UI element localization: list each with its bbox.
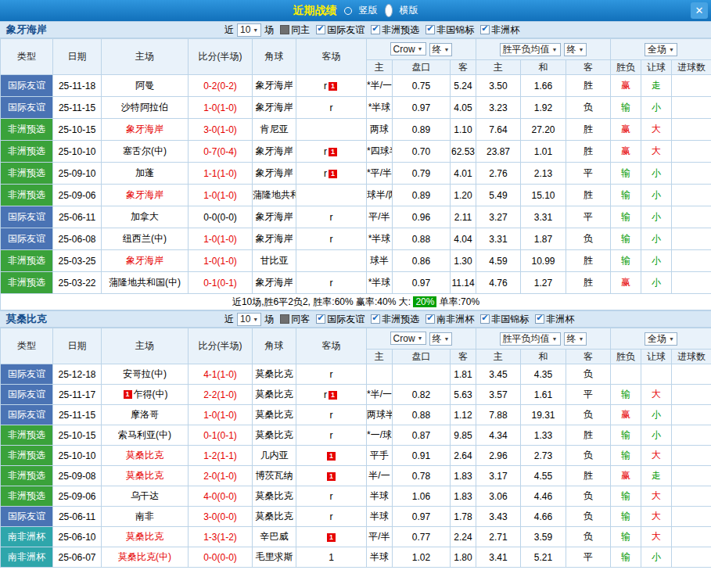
column-header: 主场 (102, 39, 189, 75)
match-count-select[interactable]: 10▼ (237, 23, 261, 37)
final-odds-select[interactable]: 终▼ (429, 332, 453, 346)
avg-home-odds: 5.49 (476, 185, 521, 206)
full-match-select[interactable]: 全场▼ (645, 43, 677, 56)
handicap-away-odds: 9.85 (451, 425, 476, 446)
filter-checkbox[interactable]: 非洲预选 (371, 23, 419, 37)
match-date: 25-06-10 (53, 527, 102, 547)
handicap-line: 1.02 (393, 547, 451, 568)
filter-checkbox[interactable]: 非国锦标 (480, 313, 529, 326)
filter-checkbox[interactable]: 同客 (280, 313, 310, 326)
handicap-line: 0.82 (393, 385, 451, 405)
result-handicap: 大 (641, 119, 672, 141)
home-team: 象牙海岸 (102, 185, 189, 206)
match-type-badge: 非洲预选 (1, 425, 53, 446)
score-halftime: 4-1(1-0) (189, 364, 253, 385)
checkbox-icon[interactable] (316, 314, 325, 324)
filter-checkbox[interactable]: 非洲杯 (535, 313, 574, 326)
filter-checkbox[interactable]: 非洲杯 (480, 23, 519, 37)
avg-home-odds: 3.27 (476, 206, 521, 228)
checkbox-icon[interactable] (280, 25, 289, 34)
score-halftime: 1-0(1-0) (189, 228, 253, 250)
avg-odds-select-value: 胜平负均值 (503, 332, 550, 346)
away-team: 1 (296, 527, 367, 547)
avg-draw-odds: 1.33 (521, 425, 566, 446)
column-header: 客场 (296, 328, 367, 364)
result-handicap: 小 (641, 547, 672, 568)
handicap-line: 0.87 (393, 425, 451, 446)
avg-draw-odds: 3.59 (521, 527, 566, 547)
match-row: 非洲预选25-10-15象牙海岸3-0(1-0)肯尼亚两球0.891.107.6… (1, 119, 711, 141)
result-handicap: 小 (641, 97, 672, 119)
filter-checkbox[interactable]: 国际友谊 (316, 23, 364, 37)
horizontal-layout-radio[interactable] (385, 4, 393, 17)
final-avg-select-value: 终 (567, 43, 576, 56)
table-foot: 近10场,胜6平2负2, 胜率:60% 赢率:40% 大: 20% 单率:70% (1, 294, 711, 310)
checkbox-icon[interactable] (480, 25, 490, 34)
sub-column-header: 主 (367, 350, 393, 364)
match-date: 25-12-18 (53, 364, 102, 385)
checkbox-icon[interactable] (371, 314, 380, 324)
avg-away-odds: 负 (566, 446, 611, 466)
result-handicap: 小 (641, 163, 672, 185)
column-header: 角球 (253, 328, 296, 364)
filter-checkbox[interactable]: 同主 (280, 23, 310, 37)
handicap-away-odds: 1.81 (451, 364, 476, 385)
vertical-layout-label[interactable]: 竖版 (359, 4, 378, 17)
checkbox-icon[interactable] (371, 25, 380, 34)
filter-checkbox-label: 非洲杯 (491, 23, 519, 37)
handicap-home-odds: 半球 (367, 547, 393, 568)
handicap-odds-group-header: Crow▼终▼ (367, 328, 476, 350)
checkbox-icon[interactable] (280, 314, 289, 324)
match-row: 非洲预选25-09-06象牙海岸1-0(1-0)蒲隆地共和国球半/两0.891.… (1, 185, 711, 206)
match-date: 25-09-06 (53, 185, 102, 206)
team-name: 莫桑比克 (6, 312, 47, 326)
home-team: 莫桑比克(中) (102, 547, 189, 568)
avg-odds-select[interactable]: 胜平负均值▼ (500, 43, 561, 56)
checkbox-icon[interactable] (480, 314, 490, 324)
chevron-down-icon: ▼ (444, 47, 450, 52)
result-handicap (641, 364, 672, 385)
score-halftime: 0-1(0-1) (189, 272, 253, 294)
handicap-line: 0.86 (393, 250, 451, 272)
red-card-badge: 1 (124, 390, 132, 399)
vertical-layout-radio[interactable] (344, 7, 352, 15)
match-count-select[interactable]: 10▼ (237, 313, 261, 326)
close-icon[interactable]: ✕ (691, 2, 708, 19)
result-goals (672, 206, 711, 228)
summary-cell: 近10场,胜6平2负2, 胜率:60% 赢率:40% 大: 20% 单率:70% (1, 294, 711, 310)
bookmaker-select-value: Crow (393, 333, 415, 344)
avg-odds-select[interactable]: 胜平负均值▼ (500, 332, 561, 346)
red-card-badge: 1 (327, 452, 336, 461)
corner-count: 象牙海岸 (253, 228, 296, 250)
chevron-down-icon: ▼ (418, 46, 423, 52)
filter-checkbox[interactable]: 非国锦标 (426, 23, 474, 37)
checkbox-icon[interactable] (316, 25, 325, 34)
filter-checkbox[interactable]: 南非洲杯 (426, 313, 474, 326)
horizontal-layout-label[interactable]: 横版 (400, 4, 418, 17)
checkbox-icon[interactable] (535, 314, 544, 324)
filter-checkbox[interactable]: 国际友谊 (316, 313, 364, 326)
bookmaker-select[interactable]: Crow▼ (390, 42, 426, 56)
handicap-away-odds: 4.01 (451, 163, 476, 185)
final-avg-select[interactable]: 终▼ (564, 43, 587, 56)
checkbox-icon[interactable] (426, 25, 435, 34)
filter-checkbox[interactable]: 非洲预选 (371, 313, 419, 326)
match-date: 25-03-22 (53, 272, 102, 294)
score-halftime: 0-7(0-4) (189, 141, 253, 163)
final-odds-select[interactable]: 终▼ (429, 43, 453, 56)
avg-home-odds: 3.23 (476, 97, 521, 119)
checkbox-icon[interactable] (426, 314, 435, 324)
match-type-badge: 南非洲杯 (1, 527, 53, 547)
away-team: 1 (296, 547, 367, 568)
bookmaker-select[interactable]: Crow▼ (390, 332, 426, 345)
handicap-line: 0.79 (393, 163, 451, 185)
full-match-select[interactable]: 全场▼ (645, 332, 677, 346)
final-avg-select[interactable]: 终▼ (564, 332, 587, 346)
sub-column-header: 客 (451, 350, 476, 364)
corner-count: 莫桑比克 (253, 507, 296, 527)
summary-part: 70% (461, 296, 479, 307)
sub-column-header: 胜负 (611, 60, 641, 75)
sections-container: 象牙海岸近10▼场同主国际友谊非洲预选非国锦标非洲杯类型日期主场比分(半场)角球… (0, 21, 711, 568)
handicap-home-odds: 平/半 (367, 206, 393, 228)
avg-draw-odds: 5.21 (521, 547, 566, 568)
